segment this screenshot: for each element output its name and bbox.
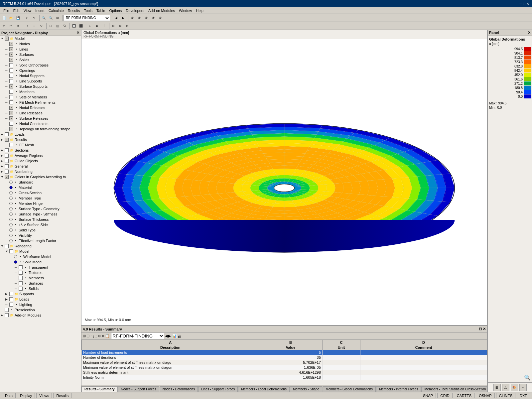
tab-nodes---support-forces[interactable]: Nodes - Support Forces [118, 386, 159, 392]
tree-item-surface-supports[interactable]: ─ • Surface Supports [0, 84, 81, 89]
tree-item-wireframe-model[interactable]: • Wireframe Model [0, 254, 81, 259]
load-case-combo[interactable]: RF-FORM-FINDING [64, 15, 110, 21]
dxf-btn[interactable]: DXF [517, 393, 530, 398]
tab-nodes---deformations[interactable]: Nodes - Deformations [160, 386, 198, 392]
display-btn[interactable]: Display [17, 393, 35, 398]
tree-item-surface-thickness[interactable]: • Surface Thickness [0, 217, 81, 222]
tree-expand[interactable]: ─ [5, 85, 9, 88]
tree-item-average-regions[interactable]: ▶ 📁 Average Regions [0, 153, 81, 158]
table-row[interactable]: Number of iterations 35 [82, 355, 487, 360]
grid-btn[interactable]: GRID [437, 393, 453, 398]
menu-item-add-on modules[interactable]: Add-on Modules [146, 8, 177, 13]
osnap-btn[interactable]: OSNAP [476, 393, 495, 398]
results-close[interactable]: ✕ [483, 327, 486, 331]
tree-item-colors-in-graphics-according-to[interactable]: ▼ 📁 Colors in Graphics According to [0, 174, 81, 180]
table-row[interactable]: Stiffness matrix determinant 4.616E+1298 [82, 370, 487, 375]
tree-expand[interactable]: ─ [5, 64, 9, 67]
results-loadcase-combo[interactable]: RF-FORM-FINDING [111, 333, 164, 339]
glines-btn[interactable]: GLINES [496, 393, 515, 398]
tree-expand[interactable]: ─ [5, 122, 9, 125]
tree-radio[interactable] [9, 181, 13, 184]
tree-expand[interactable]: ─ [1, 308, 5, 312]
tree-item-solids[interactable]: ─ • Solids [0, 286, 81, 291]
tree-radio[interactable] [9, 197, 13, 200]
tree-checkbox[interactable] [9, 79, 13, 83]
res-tb-5[interactable]: ↕ [95, 334, 97, 338]
tree-radio[interactable] [9, 228, 13, 232]
tree-item-results[interactable]: ▶ 📁 Results [0, 137, 81, 142]
minimize-btn[interactable]: ─ [519, 2, 522, 6]
tb2-12[interactable]: ⊡ [87, 23, 93, 29]
res-next[interactable]: ▶ [168, 334, 171, 338]
tree-checkbox[interactable] [9, 58, 13, 62]
project-tree[interactable]: ▼ 📁 Model ─ • Nodes ─ • Lines ─ • Surfac… [0, 36, 81, 392]
tree-expand[interactable]: ─ [5, 90, 9, 93]
tree-item-surface-type---stiffness[interactable]: • Surface Type - Stiffness [0, 211, 81, 217]
tree-expand[interactable]: ▶ [1, 165, 5, 168]
menu-item-help[interactable]: Help [194, 8, 205, 13]
tree-item-surfaces[interactable]: ─ • Surfaces [0, 281, 81, 286]
tree-radio[interactable] [9, 186, 13, 189]
res-tb-3[interactable]: ↑ [90, 334, 92, 338]
tree-item-add-on-modules[interactable]: ▶ 📁 Add-on Modules [0, 313, 81, 318]
navigator-close[interactable]: ✕ [76, 31, 79, 35]
snap-btn[interactable]: SNAP [420, 393, 436, 398]
tree-item-general[interactable]: ▶ 📁 General [0, 164, 81, 169]
res-prev[interactable]: ◀ [165, 334, 168, 338]
tree-checkbox[interactable] [9, 143, 13, 147]
tb2-15[interactable]: ⊕ [110, 23, 117, 29]
menu-item-table[interactable]: Table [94, 8, 107, 13]
tb-view5[interactable]: ⑤ [157, 15, 164, 21]
tree-expand[interactable]: ─ [5, 53, 9, 56]
tb2-3[interactable]: ⊕ [15, 23, 21, 29]
tree-item-+/--z-surface-side[interactable]: • +/- z Surface Side [0, 222, 81, 227]
res-tb-7[interactable]: ⊗ [101, 334, 104, 338]
tb-prev[interactable]: ◀ [113, 15, 119, 21]
tree-item-sections[interactable]: ▶ 📁 Sections [0, 148, 81, 153]
tree-checkbox[interactable] [9, 95, 13, 99]
tree-checkbox[interactable] [5, 159, 9, 163]
tree-item-material[interactable]: • Material [0, 185, 81, 190]
tree-expand[interactable]: ─ [15, 282, 19, 285]
tb2-2[interactable]: ✂ [8, 23, 14, 29]
tb2-13[interactable]: ⊠ [94, 23, 100, 29]
cartes-btn[interactable]: CARTES [454, 393, 474, 398]
tree-checkbox[interactable] [9, 292, 13, 296]
tree-item-solid-type[interactable]: • Solid Type [0, 227, 81, 233]
tree-expand[interactable]: ▶ [1, 154, 5, 157]
tree-item-surfaces[interactable]: ─ • Surfaces [0, 52, 81, 57]
table-row[interactable]: Number of load increments 5 [82, 350, 487, 355]
tree-checkbox[interactable] [5, 164, 9, 168]
tree-checkbox[interactable] [9, 116, 13, 120]
tree-expand[interactable]: ─ [5, 58, 9, 62]
tree-expand[interactable]: ─ [5, 74, 9, 77]
tree-expand[interactable]: ─ [15, 271, 19, 274]
res-tb-2[interactable]: ⊟ [86, 334, 89, 338]
panel-tb-1[interactable]: ▦ [493, 384, 501, 391]
tree-expand[interactable]: ▼ [1, 37, 5, 40]
tree-item-topology-on-form-finding-shape[interactable]: ─ • Topology on form-finding shape [0, 126, 81, 132]
tab-members---global-deformations[interactable]: Members - Global Deformations [323, 386, 376, 392]
tree-checkbox[interactable] [9, 90, 13, 94]
tree-item-textures[interactable]: ─ • Textures [0, 270, 81, 275]
res-tb-4[interactable]: ↓ [93, 334, 95, 338]
tree-item-model[interactable]: ▼ 📁 Model [0, 249, 81, 254]
tree-item-sets-of-members[interactable]: ─ • Sets of Members [0, 94, 81, 100]
tree-expand[interactable]: ▼ [5, 250, 9, 253]
tree-checkbox[interactable] [5, 148, 9, 152]
tb2-5[interactable]: ↔ [31, 23, 38, 29]
tree-checkbox[interactable] [5, 170, 9, 174]
menu-item-file[interactable]: File [1, 8, 11, 13]
tree-expand[interactable]: ▶ [1, 170, 5, 173]
tree-checkbox[interactable] [9, 303, 13, 307]
tree-item-standard[interactable]: • Standard [0, 180, 81, 185]
tb2-6[interactable]: ⟲ [38, 23, 45, 29]
tree-expand[interactable]: ▶ [5, 292, 9, 296]
tree-item-nodal-supports[interactable]: ─ • Nodal Supports [0, 73, 81, 78]
menu-item-edit[interactable]: Edit [11, 8, 22, 13]
tree-checkbox[interactable] [9, 127, 13, 131]
tb-view1[interactable]: ① [129, 15, 136, 21]
views-btn[interactable]: Views [36, 393, 52, 398]
tree-checkbox[interactable] [9, 74, 13, 78]
table-row[interactable]: Maximum value of element of stiffness ma… [82, 360, 487, 365]
